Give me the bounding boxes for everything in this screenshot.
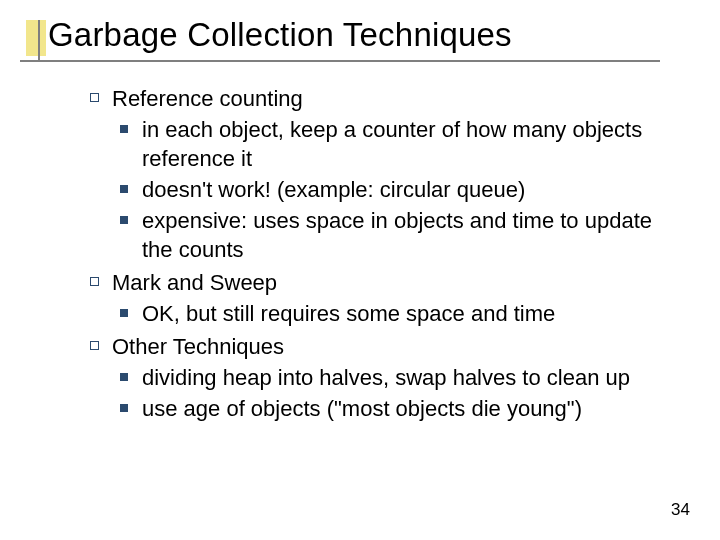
slide-content: Reference counting in each object, keep … [90, 80, 680, 423]
list-item: OK, but still requires some space and ti… [120, 299, 680, 328]
list-item: doesn't work! (example: circular queue) [120, 175, 680, 204]
page-number: 34 [671, 500, 690, 520]
list-item: Other Techniques [90, 332, 680, 361]
list-item: dividing heap into halves, swap halves t… [120, 363, 680, 392]
list-item: Reference counting [90, 84, 680, 113]
list-item: Mark and Sweep [90, 268, 680, 297]
list-item: expensive: uses space in objects and tim… [120, 206, 680, 264]
page-title: Garbage Collection Techniques [38, 16, 700, 54]
title-underline [20, 60, 660, 62]
title-wrap: Garbage Collection Techniques [38, 16, 700, 54]
list-item: in each object, keep a counter of how ma… [120, 115, 680, 173]
list-item: use age of objects ("most objects die yo… [120, 394, 680, 423]
